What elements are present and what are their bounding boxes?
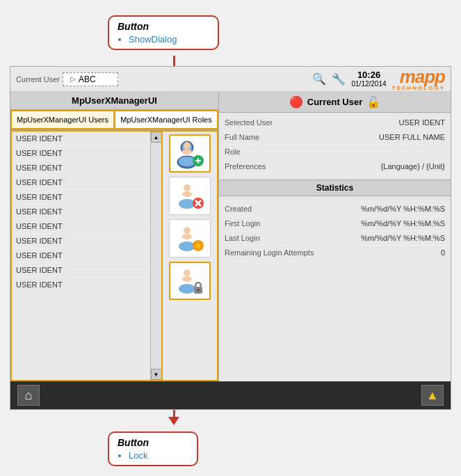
svg-point-9 xyxy=(184,184,191,191)
scroll-up-button[interactable]: ▲ xyxy=(151,132,162,143)
edit-user-button[interactable] xyxy=(169,219,211,257)
list-item[interactable]: USER IDENT xyxy=(12,248,161,263)
left-panel-header: MpUserXManagerUI xyxy=(10,92,218,110)
full-name-row: Full Name USER FULL NAME xyxy=(225,130,445,145)
created-row: Created %m/%d/%Y %H:%M:%S xyxy=(225,202,445,216)
unlock-icon: 🔓 xyxy=(366,95,380,109)
date: 01/12/2014 xyxy=(351,80,386,88)
settings-icon[interactable]: 🔧 xyxy=(332,72,346,86)
right-panel-header: 🔴 Current User 🔓 xyxy=(219,92,451,113)
current-user-label: Current User xyxy=(16,75,60,84)
tab-roles[interactable]: MpUserXManagerUI Roles xyxy=(114,110,218,129)
lock-user-button[interactable] xyxy=(169,262,211,300)
list-item[interactable]: USER IDENT xyxy=(12,161,161,175)
delete-user-icon xyxy=(175,181,205,212)
last-login-value: %m/%d/%Y %H:%M:%S xyxy=(361,234,445,242)
users-list-area: ▲ ▼ USER IDENT USER IDENT USER IDENT USE… xyxy=(10,130,218,381)
list-item[interactable]: USER IDENT xyxy=(12,263,161,278)
list-item[interactable]: USER IDENT xyxy=(12,175,161,190)
preferences-label: Preferences xyxy=(225,162,266,170)
list-item[interactable]: USER IDENT xyxy=(12,234,161,248)
delete-user-button[interactable] xyxy=(169,177,211,215)
main-ui-container: Current User ▷ ABC 🔍 🔧 10:26 01/12/2014 … xyxy=(10,66,451,410)
show-dialog-annotation: Button ShowDialog xyxy=(108,15,219,50)
last-login-row: Last Login %m/%d/%Y %H:%M:%S xyxy=(225,231,445,246)
role-label: Role xyxy=(225,148,241,156)
bottom-bar: ⌂ ▲ xyxy=(10,381,451,409)
user-list-items: USER IDENT USER IDENT USER IDENT USER ID… xyxy=(12,132,161,292)
svg-rect-8 xyxy=(197,158,199,164)
selected-user-row: Selected User USER IDENT xyxy=(225,116,445,130)
list-item[interactable]: USER IDENT xyxy=(12,146,161,161)
mapp-logo: mapp TECHNOLOGY xyxy=(392,68,445,91)
add-user-icon xyxy=(175,138,205,169)
list-item[interactable]: USER IDENT xyxy=(12,205,161,219)
list-item[interactable]: USER IDENT xyxy=(12,219,161,234)
scroll-track xyxy=(152,143,161,369)
user-value: ABC xyxy=(79,74,96,84)
left-panel: MpUserXManagerUI MpUserXManagerUI Users … xyxy=(10,92,219,381)
selected-user-value: USER IDENT xyxy=(398,118,445,127)
svg-point-5 xyxy=(182,149,192,154)
arrow-head-down-bottom xyxy=(168,417,179,425)
time-display: 10:26 01/12/2014 xyxy=(351,70,386,89)
first-login-row: First Login %m/%d/%Y %H:%M:%S xyxy=(225,216,445,231)
preferences-value: {Language} / {Unit} xyxy=(381,162,445,170)
statistics-header: Statistics xyxy=(219,180,451,196)
lock-annotation: Button Lock xyxy=(108,431,198,466)
warning-button[interactable]: ▲ xyxy=(421,385,444,406)
last-login-label: Last Login xyxy=(225,234,260,242)
svg-point-10 xyxy=(182,191,192,197)
annotation-item-bottom: Lock xyxy=(129,450,188,461)
annotation-title-bottom: Button xyxy=(118,437,188,448)
full-name-value: USER FULL NAME xyxy=(379,133,445,141)
user-input-field[interactable]: ▷ ABC xyxy=(63,72,118,86)
statistics-table: Created %m/%d/%Y %H:%M:%S First Login %m… xyxy=(219,199,451,263)
first-login-value: %m/%d/%Y %H:%M:%S xyxy=(361,219,445,228)
svg-point-24 xyxy=(197,289,200,292)
tab-users[interactable]: MpUserXManagerUI Users xyxy=(10,110,114,129)
list-item[interactable]: USER IDENT xyxy=(12,132,161,146)
first-login-label: First Login xyxy=(225,219,260,228)
scrollbar[interactable]: ▲ ▼ xyxy=(150,132,161,380)
annotation-title: Button xyxy=(118,21,209,32)
current-user-header-label: Current User xyxy=(307,97,362,107)
time: 10:26 xyxy=(351,70,386,81)
warning-icon: ▲ xyxy=(426,388,439,403)
svg-point-22 xyxy=(179,284,195,294)
user-list: ▲ ▼ USER IDENT USER IDENT USER IDENT USE… xyxy=(12,132,161,380)
home-button[interactable]: ⌂ xyxy=(17,385,40,406)
top-bar: Current User ▷ ABC 🔍 🔧 10:26 01/12/2014 … xyxy=(10,67,451,92)
action-buttons xyxy=(161,132,217,380)
remaining-value: 0 xyxy=(441,248,445,257)
info-table: Selected User USER IDENT Full Name USER … xyxy=(219,113,451,177)
right-panel: 🔴 Current User 🔓 Selected User USER IDEN… xyxy=(219,92,451,381)
lock-icon: 🔴 xyxy=(289,95,303,109)
remaining-row: Remaining Login Attempts 0 xyxy=(225,246,445,260)
content-area: MpUserXManagerUI MpUserXManagerUI Users … xyxy=(10,92,451,381)
created-label: Created xyxy=(225,205,252,213)
lock-user-icon xyxy=(175,266,205,296)
svg-point-20 xyxy=(184,269,191,276)
annotation-item: ShowDialog xyxy=(129,34,209,45)
selected-user-label: Selected User xyxy=(225,118,273,127)
created-value: %m/%d/%Y %H:%M:%S xyxy=(361,205,445,213)
remaining-label: Remaining Login Attempts xyxy=(225,248,314,257)
scroll-down-button[interactable]: ▼ xyxy=(151,369,162,380)
full-name-label: Full Name xyxy=(225,133,259,141)
preferences-row: Preferences {Language} / {Unit} xyxy=(225,159,445,174)
tab-row: MpUserXManagerUI Users MpUserXManagerUI … xyxy=(10,110,218,130)
svg-point-4 xyxy=(184,142,191,149)
top-bar-right: 🔍 🔧 10:26 01/12/2014 mapp TECHNOLOGY xyxy=(312,68,445,91)
role-row: Role xyxy=(225,145,445,159)
user-arrow: ▷ xyxy=(70,75,76,83)
svg-point-15 xyxy=(184,227,191,234)
list-item[interactable]: USER IDENT xyxy=(12,190,161,205)
add-user-button[interactable] xyxy=(169,134,211,173)
list-item[interactable]: USER IDENT xyxy=(12,278,161,292)
edit-user-icon xyxy=(175,223,205,254)
search-icon[interactable]: 🔍 xyxy=(312,72,326,86)
home-icon: ⌂ xyxy=(25,388,33,403)
svg-point-21 xyxy=(182,276,192,282)
svg-point-16 xyxy=(182,234,192,239)
